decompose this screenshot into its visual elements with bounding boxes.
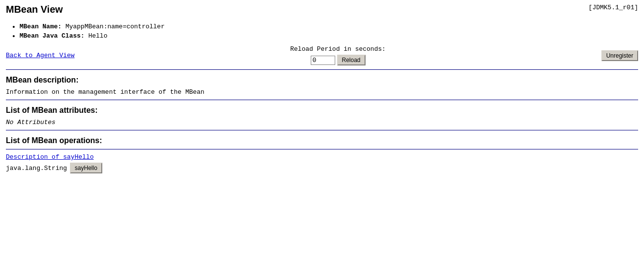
reload-button[interactable]: Reload (337, 55, 366, 65)
operations-section: List of MBean operations: Description of… (6, 136, 638, 173)
nav-reload-row: Back to Agent View Reload Period in seco… (6, 45, 638, 65)
operation-row-0: java.lang.String sayHello (6, 163, 638, 173)
back-to-agent-link[interactable]: Back to Agent View (6, 52, 74, 59)
mbean-name-item: MBean Name: MyappMBean:name=controller (20, 23, 638, 30)
divider-4 (6, 149, 638, 149)
version-label: [JDMK5.1_r01] (589, 4, 638, 11)
mbean-name-label: MBean Name: (20, 23, 62, 30)
unregister-button[interactable]: Unregister (601, 50, 638, 61)
mbean-name-value: MyappMBean:name=controller (66, 23, 165, 30)
reload-section: Reload Period in seconds: Reload (290, 45, 386, 65)
operation-description-link-0[interactable]: Description of sayHello (6, 153, 93, 161)
operations-title: List of MBean operations: (6, 136, 638, 145)
attributes-title: List of MBean attributes: (6, 106, 638, 115)
page-title: MBean View (6, 4, 63, 15)
divider-3 (6, 130, 638, 130)
divider-1 (6, 69, 638, 70)
mbean-info: MBean Name: MyappMBean:name=controller M… (6, 23, 638, 40)
header: MBean View [JDMK5.1_r01] (6, 4, 638, 15)
mbean-class-item: MBean Java Class: Hello (20, 32, 638, 40)
description-content: Information on the management interface … (6, 88, 638, 96)
divider-2 (6, 100, 638, 100)
operation-return-type-0: java.lang.String (6, 165, 67, 172)
operation-item-0: Description of sayHello java.lang.String… (6, 153, 638, 173)
mbean-class-value: Hello (88, 32, 107, 40)
reload-input[interactable] (311, 56, 335, 65)
reload-controls: Reload (311, 55, 366, 65)
description-title: MBean description: (6, 76, 638, 84)
reload-label: Reload Period in seconds: (290, 45, 386, 53)
operation-invoke-button-0[interactable]: sayHello (70, 163, 102, 173)
description-section: MBean description: Information on the ma… (6, 76, 638, 96)
attributes-section: List of MBean attributes: No Attributes (6, 106, 638, 126)
mbean-class-label: MBean Java Class: (20, 32, 85, 40)
no-attributes-text: No Attributes (6, 119, 638, 126)
